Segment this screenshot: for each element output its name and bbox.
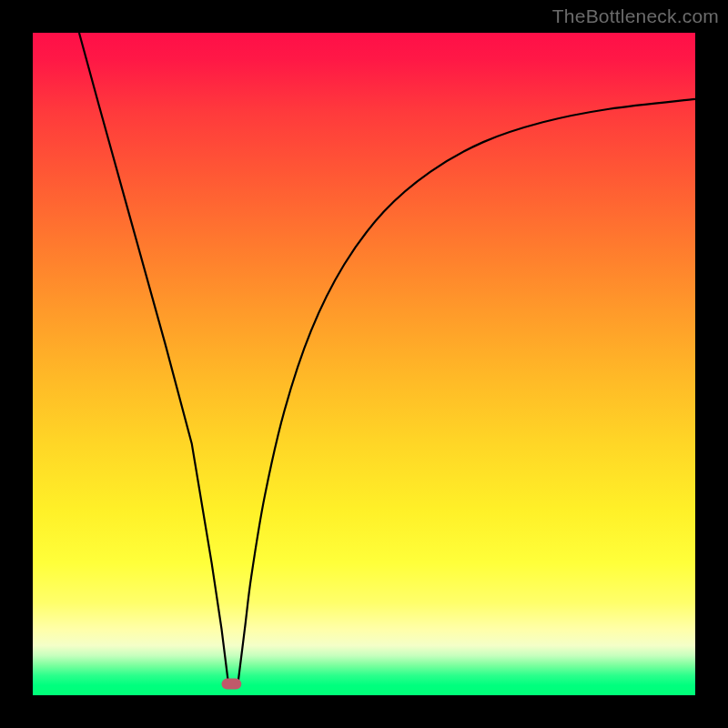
base-marker <box>221 679 241 690</box>
curve-left-leg <box>79 33 228 682</box>
plot-area <box>33 33 695 695</box>
chart-svg <box>33 33 695 695</box>
curve-right <box>238 99 695 682</box>
watermark-text: TheBottleneck.com <box>552 5 719 27</box>
chart-frame: TheBottleneck.com <box>0 0 728 728</box>
